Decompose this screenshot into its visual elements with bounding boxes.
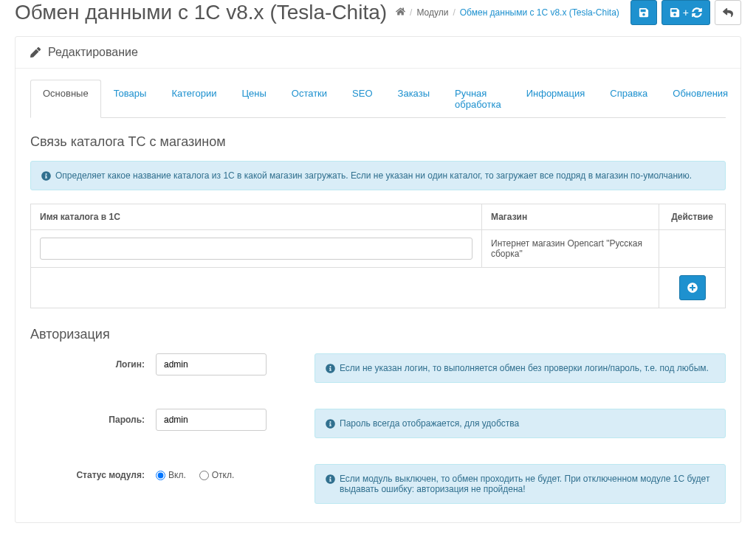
- status-on-radio[interactable]: Вкл.: [156, 470, 186, 480]
- status-off-radio[interactable]: Откл.: [199, 470, 235, 480]
- tab-main[interactable]: Основные: [30, 80, 101, 118]
- tab-products[interactable]: Товары: [101, 80, 159, 118]
- tab-stock[interactable]: Остатки: [279, 80, 340, 118]
- tab-seo[interactable]: SEO: [340, 80, 385, 118]
- refresh-icon: [692, 7, 702, 18]
- breadcrumb-current[interactable]: Обмен данными с 1С v8.x (Tesla-Chita): [460, 7, 619, 18]
- add-row-button[interactable]: [679, 275, 706, 300]
- login-info: Если не указан логин, то выполняется обм…: [315, 353, 726, 383]
- col-name: Имя каталога в 1С: [31, 204, 482, 230]
- status-label: Статус модуля:: [30, 464, 156, 504]
- info-icon: [326, 364, 335, 373]
- save-icon: [639, 7, 649, 18]
- tab-info[interactable]: Информация: [514, 80, 598, 118]
- panel-heading: Редактирование: [16, 37, 740, 69]
- login-input[interactable]: [156, 353, 267, 375]
- page-title: Обмен данными с 1С v8.x (Tesla-Chita): [15, 1, 387, 24]
- breadcrumb-modules[interactable]: Модули: [416, 7, 448, 18]
- col-action: Действие: [659, 204, 726, 230]
- info-icon: [326, 419, 335, 429]
- catalog-info: Определяет какое название каталога из 1С…: [30, 161, 726, 190]
- info-icon: [41, 171, 51, 181]
- save-button[interactable]: [630, 0, 657, 25]
- info-icon: [326, 474, 335, 484]
- tab-prices[interactable]: Цены: [229, 80, 278, 118]
- pencil-icon: [30, 47, 41, 58]
- password-input[interactable]: [156, 409, 267, 431]
- login-label: Логин:: [30, 353, 156, 383]
- status-info: Если модуль выключен, то обмен проходить…: [315, 464, 726, 504]
- tab-categories[interactable]: Категории: [159, 80, 229, 118]
- password-label: Пароль:: [30, 409, 156, 438]
- nav-tabs: Основные Товары Категории Цены Остатки S…: [30, 80, 726, 118]
- auth-legend: Авторизация: [30, 327, 726, 342]
- catalog-name-input[interactable]: [40, 238, 472, 260]
- col-store: Магазин: [482, 204, 659, 230]
- reply-icon: [723, 7, 733, 18]
- back-button[interactable]: [715, 0, 741, 25]
- plus-circle-icon: [687, 283, 698, 293]
- save-and-refresh-button[interactable]: +: [662, 0, 710, 25]
- tab-updates[interactable]: Обновления: [660, 80, 740, 118]
- save-icon: [670, 7, 680, 18]
- tab-help[interactable]: Справка: [597, 80, 660, 118]
- table-row: Интернет магазин Opencart "Русская сборк…: [31, 230, 726, 268]
- home-icon[interactable]: [396, 7, 405, 18]
- catalog-legend: Связь каталога ТС с магазином: [30, 134, 726, 150]
- breadcrumb: / Модули / Обмен данными с 1С v8.x (Tesl…: [396, 7, 630, 18]
- tab-orders[interactable]: Заказы: [385, 80, 442, 118]
- catalog-table: Имя каталога в 1С Магазин Действие Интер…: [30, 204, 726, 308]
- password-info: Пароль всегда отображается, для удобства: [315, 409, 726, 438]
- catalog-store-cell: Интернет магазин Opencart "Русская сборк…: [482, 230, 659, 268]
- tab-manual[interactable]: Ручная обработка: [442, 80, 514, 118]
